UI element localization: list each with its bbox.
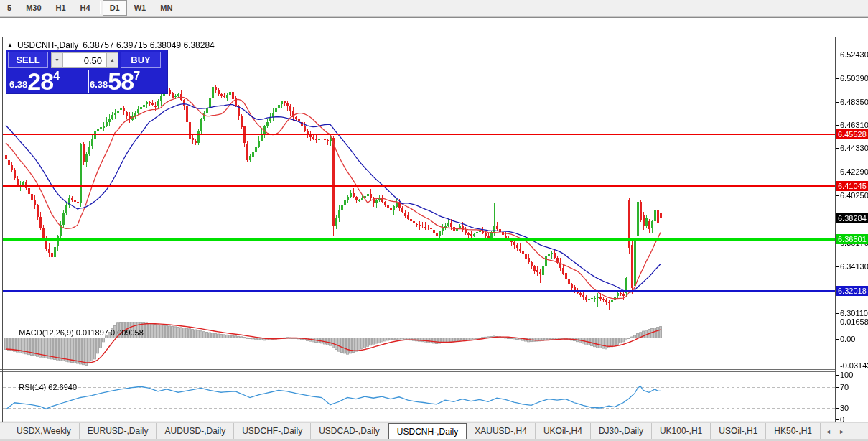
tab-usdcad-daily[interactable]: USDCAD-,Daily (311, 423, 388, 439)
tab-hk50-h1[interactable]: HK50-,H1 (766, 423, 821, 439)
macd-tick-dash (836, 366, 839, 366)
price-tick-label: 6.46310 (840, 121, 868, 129)
timeframe-toolbar: 5M30H1H4D1W1MN (0, 0, 868, 17)
macd-rsi-separator[interactable] (0, 369, 868, 372)
timeframe-button-5[interactable]: 5 (0, 0, 19, 16)
rsi-chart-canvas[interactable] (3, 372, 835, 420)
price-tick-label: 6.50390 (840, 74, 868, 83)
volume-decrement-button[interactable]: ▼ (51, 52, 63, 68)
price-tick-label: 6.48350 (840, 98, 868, 106)
tab-ukoil-h4[interactable]: UKOil-,H4 (536, 423, 591, 439)
price-level-badge: 6.32018 (836, 286, 868, 296)
rsi-tick-label: 70 (840, 383, 849, 391)
price-tick-label: 6.42290 (840, 167, 868, 176)
chart-window: ▲ USDCNH-,Daily 6.38757 6.39715 6.38049 … (0, 17, 868, 421)
collapse-triangle-icon[interactable]: ▲ (7, 42, 13, 48)
tab-audusd-daily[interactable]: AUDUSD-,Daily (157, 423, 234, 439)
price-tick-label: 6.40250 (840, 191, 868, 200)
symbol-tab-bar: USDX,WeeklyEURUSD-,DailyAUDUSD-,DailyUSD… (0, 422, 868, 439)
tab-uk100-h1[interactable]: UK100-,H1 (652, 423, 711, 439)
macd-tick-label: 0.00 (840, 335, 855, 343)
symbol-timeframe-label: USDCNH-,Daily (17, 40, 78, 50)
toolbar-separator (182, 1, 182, 14)
tab-xauusd-h4[interactable]: XAUUSD-,H4 (467, 423, 536, 439)
rsi-tick-label: 100 (840, 371, 853, 379)
price-level-badge: 6.36501 (836, 234, 868, 244)
rsi-tick-label: 30 (840, 404, 849, 412)
price-level-badge: 6.41045 (836, 181, 868, 191)
trading-terminal: 5M30H1H4D1W1MN ▲ USDCNH-,Daily 6.38757 6… (0, 0, 868, 441)
timeframe-button-d1[interactable]: D1 (103, 0, 127, 16)
price-tick-dash (836, 266, 839, 267)
macd-tick-label: 0.016586 (840, 317, 868, 326)
price-tick-label: 6.30110 (840, 309, 868, 317)
buy-price[interactable]: 6.38 58 7 (90, 69, 167, 93)
rsi-tick-label: 0 (840, 415, 844, 424)
price-tick-dash (836, 313, 839, 314)
tab-usdx-weekly[interactable]: USDX,Weekly (9, 423, 80, 439)
sell-price-big: 28 (27, 70, 53, 92)
sell-button[interactable]: SELL (8, 52, 48, 68)
price-tick-dash (836, 125, 839, 126)
tab-usdcnh-daily[interactable]: USDCNH-,Daily (388, 423, 467, 439)
rsi-tick-dash (836, 408, 839, 409)
price-tick-label: 6.34130 (840, 262, 868, 271)
toolbar-separator (100, 1, 101, 14)
tab-usoil-h1[interactable]: USOil-,H1 (711, 423, 766, 439)
sell-price-prefix: 6.38 (9, 79, 27, 90)
price-tick-label: 6.44330 (840, 144, 868, 152)
price-level-badge: 6.38284 (836, 213, 868, 223)
price-tick-dash (836, 55, 839, 55)
timeframe-button-h1[interactable]: H1 (49, 0, 73, 16)
macd-tick-label: -0.031421 (840, 361, 868, 370)
rsi-label: RSI(14) 62.6940 (6, 374, 77, 400)
price-tick-label: 6.52430 (840, 50, 868, 59)
sell-price[interactable]: 6.38 28 4 (9, 69, 87, 93)
timeframe-button-m30[interactable]: M30 (19, 0, 48, 16)
price-tick-dash (836, 102, 839, 103)
price-tick-dash (836, 148, 839, 149)
tab-scroll-left-icon[interactable]: ◂ (826, 427, 830, 435)
tab-scroll-arrows: ◂▸ (826, 423, 844, 439)
buy-price-prefix: 6.38 (90, 79, 108, 90)
price-divider (88, 70, 89, 93)
price-tick-dash (836, 195, 839, 196)
buy-price-superscript: 7 (134, 70, 140, 83)
price-axis[interactable]: 6.524306.503906.483506.463106.443306.422… (836, 37, 868, 422)
tab-dj30-daily[interactable]: DJ30-,Daily (591, 423, 652, 439)
volume-input[interactable]: 0.50 (63, 52, 106, 68)
rsi-tick-dash (836, 375, 839, 376)
macd-label: MACD(12,26,9) 0.011897 0.009058 (6, 320, 144, 345)
price-tick-dash (836, 172, 839, 172)
macd-tick-dash (836, 322, 839, 322)
buy-price-big: 58 (108, 70, 134, 92)
rsi-tick-dash (836, 419, 839, 420)
tab-scroll-right-icon[interactable]: ▸ (840, 427, 844, 435)
volume-increment-button[interactable]: ▲ (106, 52, 118, 68)
tab-usdchf-daily[interactable]: USDCHF-,Daily (234, 423, 311, 439)
one-click-trade-panel: SELL ▼ 0.50 ▲ BUY 6.38 28 4 6.38 58 7 (6, 50, 168, 94)
ohlc-values: 6.38757 6.39715 6.38049 6.38284 (83, 40, 215, 50)
price-macd-separator[interactable] (0, 315, 868, 317)
rsi-tick-dash (836, 387, 839, 388)
chart-title: ▲ USDCNH-,Daily 6.38757 6.39715 6.38049 … (7, 40, 215, 50)
tab-eurusd-daily[interactable]: EURUSD-,Daily (80, 423, 157, 439)
buy-button[interactable]: BUY (121, 52, 161, 68)
chart-left-border (2, 37, 3, 422)
sell-price-superscript: 4 (53, 70, 60, 83)
macd-tick-dash (836, 339, 839, 340)
axis-left-border (835, 37, 836, 422)
price-tick-dash (836, 78, 839, 79)
timeframe-button-w1[interactable]: W1 (127, 0, 154, 16)
timeframe-button-h4[interactable]: H4 (73, 0, 98, 16)
price-level-badge: 6.45528 (836, 129, 868, 139)
timeframe-button-mn[interactable]: MN (153, 0, 179, 16)
